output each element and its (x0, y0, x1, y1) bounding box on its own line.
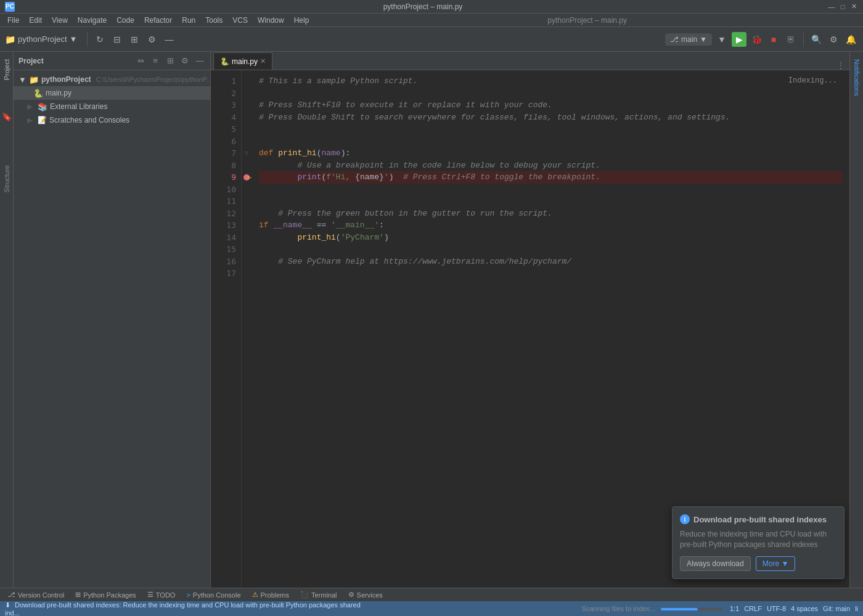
run-config-dropdown[interactable]: ▼ (714, 32, 729, 47)
tree-root-label: pythonProject (41, 75, 91, 84)
status-bar: ⬇ Download pre-built shared indexes: Red… (0, 601, 863, 616)
tab-version-control[interactable]: ⎇ Version Control (2, 588, 69, 602)
code-line-15 (259, 243, 842, 256)
scanning-status: Scanning files to index... (365, 605, 722, 612)
stop-button[interactable]: ■ (766, 32, 781, 47)
fstring: f'Hi, (326, 171, 355, 184)
maximize-btn[interactable]: □ (838, 2, 847, 11)
code-line-14: print_hi('PyCharm') (259, 232, 842, 244)
status-position[interactable]: 1:1 (730, 605, 739, 612)
scanning-msg: Scanning files to index... (582, 605, 655, 612)
menu-refactor[interactable]: Refactor (139, 14, 177, 27)
status-icon: ⬇ (5, 601, 10, 609)
menu-help[interactable]: Help (289, 14, 314, 27)
debug-button[interactable]: 🐞 (749, 32, 764, 47)
tab-services[interactable]: ⚙ Services (343, 588, 388, 602)
close-btn[interactable]: ✕ (849, 2, 858, 11)
tab-terminal[interactable]: ⬛ Terminal (295, 588, 342, 602)
run-with-coverage[interactable]: ⛨ (783, 32, 798, 47)
collapse-all-btn[interactable]: ⊟ (110, 32, 125, 47)
tree-root[interactable]: ▼ 📁 pythonProject C:\Users\li\PycharmPro… (14, 73, 210, 86)
status-indent[interactable]: 4 spaces (791, 605, 818, 612)
menu-code[interactable]: Code (112, 14, 139, 27)
app-icon: PC (5, 2, 15, 12)
project-folder-icon: 📁 (5, 34, 15, 44)
code-line-2 (259, 87, 842, 100)
python-file-icon: 🐍 (33, 89, 43, 98)
tree-external-libs[interactable]: ▶ 📚 External Libraries (14, 100, 210, 113)
panel-close[interactable]: — (194, 55, 205, 67)
fold-icon-7[interactable]: ▽ (245, 148, 248, 158)
menu-edit[interactable]: Edit (24, 14, 47, 27)
menu-file[interactable]: File (2, 14, 24, 27)
tab-python-packages[interactable]: ⊞ Python Packages (70, 588, 141, 602)
tree-scratches[interactable]: ▶ 📝 Scratches and Consoles (14, 113, 210, 127)
status-encoding[interactable]: UTF-8 (767, 605, 786, 612)
project-panel: Project ⇔ ≡ ⊞ ⚙ — ▼ 📁 pythonProject C:\U… (14, 52, 211, 588)
search-everywhere-btn[interactable]: 🔍 (809, 32, 824, 47)
branch-selector[interactable]: ⎇ main ▼ (665, 33, 712, 46)
sync-btn[interactable]: ↻ (92, 32, 107, 47)
tab-todo[interactable]: ☰ TODO (142, 588, 181, 602)
panel-sort[interactable]: ⊞ (165, 55, 176, 67)
pkg-label: Python Packages (83, 591, 136, 599)
bookmark-icon[interactable]: 🔖 (1, 111, 12, 122)
panel-horizontal-scroll[interactable]: ⇔ (135, 55, 146, 67)
editor-tabs: 🐍 main.py ✕ ⋮ (211, 52, 849, 70)
status-right: 1:1 CRLF UTF-8 4 spaces Git: main li (730, 605, 858, 612)
comment-4: # Press Double Shift to search everywher… (259, 111, 730, 124)
minimize-btn[interactable]: — (827, 2, 836, 11)
menu-run[interactable]: Run (177, 14, 200, 27)
notifications-tab[interactable]: Notifications (851, 54, 862, 101)
run-button[interactable]: ▶ (732, 32, 746, 47)
status-crlf[interactable]: CRLF (744, 605, 762, 612)
tab-close-btn[interactable]: ✕ (260, 57, 266, 65)
gutter-2 (242, 87, 252, 100)
vc-icon: ⎇ (7, 591, 15, 599)
call-open: ( (336, 232, 341, 244)
menu-view[interactable]: View (47, 14, 73, 27)
code-line-12: # Press the green button in the gutter t… (259, 208, 842, 220)
folder-open-icon: ▼ (18, 75, 27, 84)
status-indexing-msg: Download pre-built shared indexes: Reduc… (5, 601, 361, 617)
menu-vcs[interactable]: VCS (227, 14, 253, 27)
status-branch[interactable]: Git: main (823, 605, 850, 612)
close-panel-btn[interactable]: — (162, 32, 176, 47)
code-line-4: # Press Double Shift to search everywher… (259, 111, 842, 124)
scratches-icon: 📝 (38, 116, 47, 124)
eq: == (312, 219, 331, 232)
notif-more-btn[interactable]: More ▼ (756, 556, 796, 571)
menu-window[interactable]: Window (253, 14, 289, 27)
services-label: Services (357, 591, 383, 599)
expand-btn[interactable]: ⊞ (127, 32, 142, 47)
tree-main-py[interactable]: 🐍 main.py (14, 86, 210, 100)
tab-main-py[interactable]: 🐍 main.py ✕ (213, 52, 272, 70)
sidebar-tab-structure[interactable]: Structure (1, 160, 13, 198)
settings-gear-btn[interactable]: ⚙ (826, 32, 841, 47)
code-line-9: print(f'Hi, {name}') # Press Ctrl+F8 to … (259, 171, 842, 184)
code-line-16: # See PyCharm help at https://www.jetbra… (259, 256, 842, 268)
notif-title: i Download pre-built shared indexes (680, 514, 836, 524)
notif-always-download-btn[interactable]: Always download (680, 556, 751, 571)
window-controls[interactable]: — □ ✕ (827, 2, 858, 11)
settings-btn[interactable]: ⚙ (144, 32, 159, 47)
notif-actions: Always download More ▼ (680, 556, 836, 571)
project-dropdown-icon[interactable]: ▼ (70, 34, 78, 44)
indent-spaces-9 (278, 171, 297, 184)
code-line-3: # Press Shift+F10 to execute it or repla… (259, 99, 842, 111)
more-tabs-btn[interactable]: ⋮ (835, 61, 847, 70)
sidebar-tab-project[interactable]: Project (1, 54, 13, 85)
notification-btn[interactable]: 🔔 (843, 32, 858, 47)
tab-problems[interactable]: ⚠ Problems (247, 588, 294, 602)
menu-tools[interactable]: Tools (200, 14, 227, 27)
tree-ext-libs-label: External Libraries (50, 102, 107, 111)
panel-gear[interactable]: ⚙ (179, 55, 190, 67)
title-center: pythonProject – main.py (314, 16, 861, 25)
menu-navigate[interactable]: Navigate (73, 14, 112, 27)
panel-collapse[interactable]: ≡ (150, 55, 161, 67)
colon-13: : (379, 219, 384, 232)
branch-icon: ⎇ (670, 35, 679, 44)
parens-open: ( (317, 147, 322, 160)
tab-python-console[interactable]: > Python Console (181, 588, 245, 602)
gutter-11 (242, 195, 252, 208)
